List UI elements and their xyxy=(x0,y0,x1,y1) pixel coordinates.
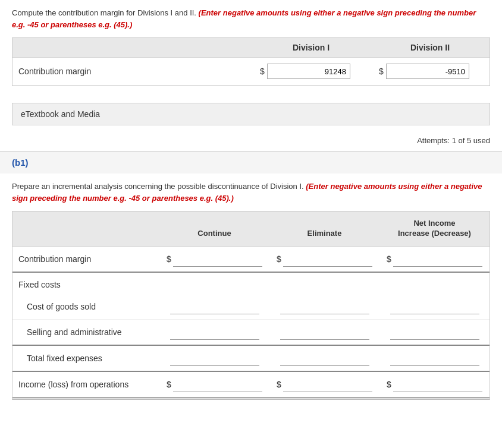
inc-total-fixed-row: Total fixed expenses xyxy=(12,346,490,372)
b1-instruction-prefix: Prepare an incremental analysis concerni… xyxy=(12,182,306,191)
incremental-analysis-table: Continue Eliminate Net Income Increase (… xyxy=(12,211,490,400)
b1-instruction: Prepare an incremental analysis concerni… xyxy=(12,181,490,204)
inc-cm-continue-input[interactable] xyxy=(173,251,262,267)
b1-header-section: (b1) xyxy=(0,152,502,173)
inc-tf-netincome-group xyxy=(379,349,490,367)
inc-sa-eliminate-input[interactable] xyxy=(280,324,369,340)
inc-header-net-income-line2: Increase (Decrease) xyxy=(383,229,486,239)
inc-header-continue: Continue xyxy=(159,226,269,241)
inc-il-continue-dollar: $ xyxy=(167,380,171,389)
attempts-text: Attempts: 1 of 5 used xyxy=(417,136,490,145)
header-division2: Division II xyxy=(371,38,490,57)
fixed-costs-label: Fixed costs xyxy=(12,276,159,291)
div1-contribution-margin-input[interactable] xyxy=(267,64,350,79)
inc-il-eliminate-input[interactable] xyxy=(283,377,372,392)
inc-il-eliminate-dollar: $ xyxy=(277,380,281,389)
inc-cm-continue-dollar: $ xyxy=(167,254,171,264)
div2-contribution-margin-input[interactable] xyxy=(386,64,469,79)
inc-il-continue-input[interactable] xyxy=(173,377,262,392)
div1-input-group: $ xyxy=(246,64,365,79)
inc-selling-admin-row: Selling and administrative xyxy=(12,320,490,346)
inc-cm-netincome-dollar: $ xyxy=(387,254,391,264)
part-a-instruction: Compute the contribution margin for Divi… xyxy=(12,7,490,30)
inc-il-netincome-input[interactable] xyxy=(393,377,482,392)
inc-il-netincome-group: $ xyxy=(379,376,490,393)
inc-cm-eliminate-input[interactable] xyxy=(283,251,372,267)
inc-cogs-eliminate-input[interactable] xyxy=(280,299,369,314)
fixed-costs-row: Fixed costs xyxy=(12,273,490,294)
inc-il-eliminate-group: $ xyxy=(269,376,379,393)
header-division1: Division I xyxy=(252,38,371,57)
table-header: Division I Division II xyxy=(12,38,490,58)
div2-dollar: $ xyxy=(379,67,384,76)
b1-label: (b1) xyxy=(12,157,29,168)
inc-sa-netincome-group xyxy=(379,323,490,341)
inc-header-empty xyxy=(12,236,159,241)
inc-cogs-label: Cost of goods sold xyxy=(12,299,159,314)
inc-header-net-income-line1: Net Income xyxy=(383,219,486,229)
b1-content: Prepare an incremental analysis concerni… xyxy=(0,173,502,409)
inc-header-net-income: Net Income Increase (Decrease) xyxy=(379,216,490,241)
div2-input-group: $ xyxy=(365,64,484,79)
contribution-margin-row: Contribution margin $ $ xyxy=(12,58,490,86)
inc-selling-admin-label: Selling and administrative xyxy=(12,325,159,339)
inc-total-fixed-label: Total fixed expenses xyxy=(12,351,159,365)
inc-il-netincome-dollar: $ xyxy=(387,380,391,389)
attempts-row: Attempts: 1 of 5 used xyxy=(0,132,502,151)
inc-cogs-eliminate-group xyxy=(269,298,379,316)
inc-sa-netincome-input[interactable] xyxy=(390,324,479,340)
div1-dollar: $ xyxy=(260,67,265,76)
inc-sa-continue-group xyxy=(159,323,269,341)
inc-cogs-netincome-group xyxy=(379,298,490,316)
inc-cogs-continue-group xyxy=(159,298,269,316)
inc-cogs-row: Cost of goods sold xyxy=(12,294,490,320)
inc-cm-continue-group: $ xyxy=(159,250,269,268)
inc-tf-eliminate-input[interactable] xyxy=(280,351,369,366)
inc-header-eliminate: Eliminate xyxy=(269,226,379,241)
inc-tf-continue-group xyxy=(159,349,269,367)
instruction-prefix: Compute the contribution margin for Divi… xyxy=(12,8,199,17)
inc-contribution-margin-row: Contribution margin $ $ $ xyxy=(12,247,490,273)
inc-tf-netincome-input[interactable] xyxy=(390,351,479,366)
inc-cm-eliminate-dollar: $ xyxy=(277,254,281,264)
etextbook-label: eTextbook and Media xyxy=(21,109,100,119)
inc-contribution-margin-label: Contribution margin xyxy=(12,252,159,266)
inc-cogs-continue-input[interactable] xyxy=(170,299,259,314)
inc-income-loss-label: Income (loss) from operations xyxy=(12,377,159,392)
inc-sa-continue-input[interactable] xyxy=(170,324,259,340)
inc-table-header: Continue Eliminate Net Income Increase (… xyxy=(12,212,490,247)
part-a-section: Compute the contribution margin for Divi… xyxy=(0,0,502,96)
header-empty xyxy=(12,38,252,57)
inc-sa-eliminate-group xyxy=(269,323,379,341)
inc-income-loss-row: Income (loss) from operations $ $ $ xyxy=(12,372,490,399)
inc-cm-eliminate-group: $ xyxy=(269,250,379,268)
contribution-margin-label: Contribution margin xyxy=(18,67,246,76)
part-a-table: Division I Division II Contribution marg… xyxy=(12,37,490,86)
inc-cm-netincome-group: $ xyxy=(379,250,490,268)
inc-tf-continue-input[interactable] xyxy=(170,351,259,366)
inc-cogs-netincome-input[interactable] xyxy=(390,299,479,314)
inc-tf-eliminate-group xyxy=(269,349,379,367)
inc-cm-netincome-input[interactable] xyxy=(393,251,482,267)
etextbook-bar[interactable]: eTextbook and Media xyxy=(12,103,490,125)
inc-il-continue-group: $ xyxy=(159,376,269,393)
